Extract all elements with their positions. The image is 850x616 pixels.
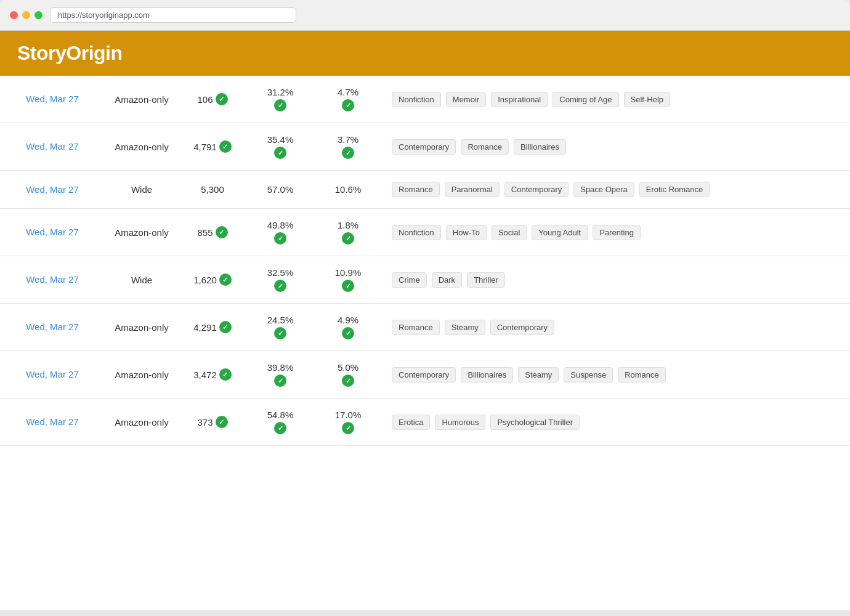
table-row: Wed, Mar 27Amazon-only855✓49.8%✓1.8%✓Non… (0, 209, 850, 256)
tags-cell: CrimeDarkThriller (382, 256, 850, 304)
table-row: Wed, Mar 27Amazon-only3,472✓39.8%✓5.0%✓C… (0, 351, 850, 399)
pct2-cell: 5.0%✓ (314, 351, 382, 399)
count-value-container: 373✓ (197, 416, 227, 428)
pct1-value: 49.8% (267, 220, 294, 230)
pct1-check-icon: ✓ (274, 327, 286, 339)
count-value-container: 855✓ (197, 226, 227, 238)
tag[interactable]: Billionaires (514, 139, 566, 155)
date-link[interactable]: Wed, Mar 27 (26, 141, 79, 152)
tag[interactable]: Paranormal (445, 182, 500, 197)
pct2-value: 4.9% (338, 315, 358, 325)
distribution-cell: Wide (105, 256, 179, 304)
tags-cell: NonfictionMemoirInspirationalComing of A… (382, 76, 850, 123)
distribution-text: Wide (131, 184, 152, 195)
count-cell: 855✓ (179, 209, 246, 256)
tag[interactable]: Crime (392, 272, 427, 288)
app-container: StoryOrigin Wed, Mar 27Amazon-only106✓31… (0, 31, 850, 610)
date-link[interactable]: Wed, Mar 27 (26, 416, 79, 427)
count-number: 4,291 (193, 322, 217, 333)
pct1-value: 35.4% (267, 134, 294, 145)
tag[interactable]: Memoir (446, 92, 486, 107)
close-button[interactable] (10, 11, 18, 19)
tag[interactable]: Dark (432, 272, 462, 288)
tag[interactable]: Steamy (445, 320, 485, 335)
tags-container: NonfictionMemoirInspirationalComing of A… (392, 92, 840, 107)
date-link[interactable]: Wed, Mar 27 (26, 322, 79, 332)
table-row: Wed, Mar 27Amazon-only4,791✓35.4%✓3.7%✓C… (0, 123, 850, 171)
tag[interactable]: Erotic Romance (639, 182, 710, 197)
pct2-cell: 4.7%✓ (314, 76, 382, 123)
table-row: Wed, Mar 27Amazon-only106✓31.2%✓4.7%✓Non… (0, 76, 850, 123)
tag[interactable]: Nonfiction (392, 225, 441, 240)
address-bar[interactable]: https://storyoriginapp.com (50, 7, 296, 23)
tag[interactable]: Young Adult (532, 225, 588, 240)
check-icon: ✓ (219, 274, 232, 286)
tag[interactable]: Romance (392, 320, 440, 335)
tag[interactable]: Billionaires (461, 367, 513, 383)
table-row: Wed, Mar 27Wide5,30057.0%10.6%RomancePar… (0, 171, 850, 209)
tag[interactable]: Humorous (435, 415, 485, 430)
tag[interactable]: Contemporary (392, 367, 456, 383)
pct2-check-icon: ✓ (342, 147, 354, 159)
count-number: 855 (197, 227, 212, 238)
count-cell: 106✓ (179, 76, 246, 123)
check-icon: ✓ (216, 416, 228, 428)
tag[interactable]: Inspirational (491, 92, 548, 107)
distribution-cell: Wide (105, 171, 179, 209)
pct2-check-icon: ✓ (342, 422, 354, 434)
distribution-cell: Amazon-only (105, 209, 179, 256)
pct1-check-icon: ✓ (274, 422, 286, 434)
tag[interactable]: Steamy (518, 367, 559, 383)
tag[interactable]: Thriller (467, 272, 505, 288)
pct2-value: 5.0% (338, 362, 358, 373)
count-cell: 373✓ (179, 399, 246, 446)
tag[interactable]: Suspense (564, 367, 613, 383)
count-number: 5,300 (201, 184, 224, 195)
tag[interactable]: Nonfiction (392, 92, 441, 107)
pct1-cell: 24.5%✓ (246, 304, 314, 351)
maximize-button[interactable] (34, 11, 42, 19)
date-link[interactable]: Wed, Mar 27 (26, 184, 79, 195)
tag[interactable]: Contemporary (504, 182, 569, 197)
tag[interactable]: Contemporary (392, 139, 456, 155)
tag[interactable]: Social (492, 225, 527, 240)
count-value-container: 3,472✓ (193, 368, 232, 381)
minimize-button[interactable] (22, 11, 30, 19)
date-cell: Wed, Mar 27 (0, 351, 105, 399)
count-value-container: 1,620✓ (193, 274, 232, 286)
tag[interactable]: How-To (446, 225, 487, 240)
date-link[interactable]: Wed, Mar 27 (26, 227, 79, 237)
date-cell: Wed, Mar 27 (0, 399, 105, 446)
date-link[interactable]: Wed, Mar 27 (26, 274, 79, 285)
distribution-text: Wide (131, 275, 152, 285)
distribution-cell: Amazon-only (105, 76, 179, 123)
tag[interactable]: Romance (618, 367, 666, 383)
tag[interactable]: Erotica (392, 415, 430, 430)
count-cell: 3,472✓ (179, 351, 246, 399)
pct2-cell: 10.6% (314, 171, 382, 209)
count-cell: 4,291✓ (179, 304, 246, 351)
app-title: StoryOrigin (17, 42, 123, 64)
date-link[interactable]: Wed, Mar 27 (26, 94, 79, 104)
tag[interactable]: Romance (392, 182, 440, 197)
tag[interactable]: Parenting (593, 225, 641, 240)
tag[interactable]: Contemporary (490, 320, 554, 335)
date-cell: Wed, Mar 27 (0, 304, 105, 351)
date-link[interactable]: Wed, Mar 27 (26, 369, 79, 379)
tags-cell: EroticaHumorousPsychological Thriller (382, 399, 850, 446)
browser-chrome: https://storyoriginapp.com (0, 0, 850, 31)
pct1-check-icon: ✓ (274, 232, 286, 245)
tag[interactable]: Romance (461, 139, 509, 155)
tag[interactable]: Coming of Age (552, 92, 618, 107)
pct1-value: 54.8% (267, 410, 294, 420)
tag[interactable]: Psychological Thriller (490, 415, 580, 430)
tag[interactable]: Self-Help (624, 92, 670, 107)
distribution-text: Amazon-only (115, 417, 169, 428)
tag[interactable]: Space Opera (573, 182, 634, 197)
distribution-cell: Amazon-only (105, 304, 179, 351)
check-icon: ✓ (216, 93, 228, 105)
pct2-value: 1.8% (338, 220, 358, 230)
pct2-cell: 1.8%✓ (314, 209, 382, 256)
count-value-container: 4,791✓ (193, 140, 232, 153)
check-icon: ✓ (219, 368, 232, 381)
